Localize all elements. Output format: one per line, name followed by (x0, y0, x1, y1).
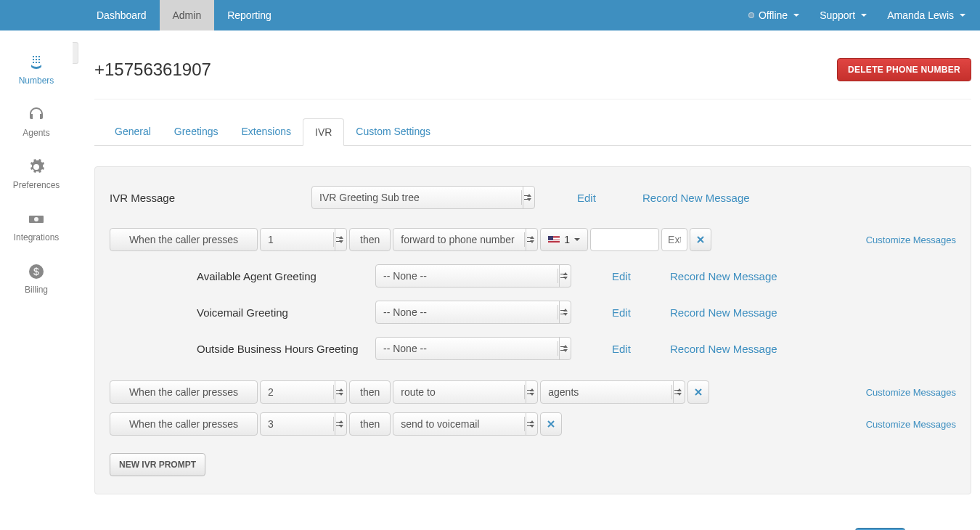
ivr-message-select-wrap: IVR Greeting Sub tree (311, 186, 535, 209)
country-code: 1 (564, 234, 570, 245)
greeting-label: Outside Business Hours Greeting (197, 343, 375, 355)
when-presses-button[interactable]: When the caller presses (110, 228, 258, 251)
action-select[interactable]: send to voicemail (393, 412, 538, 436)
ivr-message-record-link[interactable]: Record New Message (642, 192, 750, 204)
extension-input[interactable] (661, 228, 687, 251)
sidebar-label: Agents (23, 128, 49, 138)
sidebar-label: Numbers (19, 76, 54, 86)
status-dropdown[interactable]: Offline (748, 9, 799, 21)
close-icon (695, 388, 702, 396)
tab-ivr[interactable]: IVR (303, 118, 344, 146)
target-select[interactable]: agents (540, 380, 685, 404)
headset-icon (26, 106, 46, 123)
sidebar-collapse-handle[interactable] (73, 42, 78, 64)
new-ivr-prompt-button[interactable]: NEW IVR PROMPT (110, 453, 205, 476)
svg-text:$: $ (33, 266, 39, 277)
top-navbar-inner: Dashboard Admin Reporting Offline Suppor… (0, 0, 980, 30)
action-select[interactable]: forward to phone number (393, 228, 538, 251)
svg-point-1 (34, 217, 38, 221)
phone-number-input[interactable] (590, 228, 659, 251)
customize-messages-link[interactable]: Customize Messages (866, 235, 956, 245)
ivr-prompt-row: When the caller presses 3 then send to v… (110, 412, 956, 436)
tabs: General Greetings Extensions IVR Custom … (94, 118, 971, 146)
action-select[interactable]: route to (393, 380, 538, 404)
then-button[interactable]: then (349, 412, 391, 436)
chevron-down-icon (861, 14, 867, 17)
tab-general[interactable]: General (103, 118, 163, 145)
top-nav: Dashboard Admin Reporting (0, 0, 285, 30)
ivr-prompt-row: When the caller presses 1 then forward t… (110, 228, 956, 251)
page-header: +15756361907 DELETE PHONE NUMBER (94, 45, 971, 99)
close-icon (547, 420, 555, 428)
customize-messages-link[interactable]: Customize Messages (866, 419, 956, 430)
divider (94, 99, 971, 99)
support-label: Support (820, 9, 855, 21)
greeting-row: Outside Business Hours Greeting -- None … (110, 337, 956, 360)
chevron-down-icon (793, 14, 799, 17)
dollar-circle-icon: $ (26, 263, 46, 280)
sidebar-item-agents[interactable]: Agents (0, 96, 73, 148)
gear-icon (26, 158, 46, 176)
chevron-down-icon (960, 14, 965, 17)
when-presses-button[interactable]: When the caller presses (110, 380, 258, 404)
greeting-row: Available Agent Greeting -- None -- Edit… (110, 264, 956, 288)
then-button[interactable]: then (349, 380, 391, 404)
topnav-admin[interactable]: Admin (160, 0, 215, 30)
support-dropdown[interactable]: Support (820, 9, 867, 21)
status-dot-icon (748, 12, 754, 18)
remove-prompt-button[interactable] (690, 228, 711, 251)
remove-prompt-button[interactable] (687, 380, 709, 404)
when-presses-button[interactable]: When the caller presses (110, 412, 258, 436)
then-button[interactable]: then (349, 228, 391, 251)
status-label: Offline (759, 9, 788, 21)
greeting-edit-link[interactable]: Edit (612, 270, 670, 282)
main-content: +15756361907 DELETE PHONE NUMBER General… (78, 30, 980, 530)
greeting-edit-link[interactable]: Edit (612, 306, 670, 319)
ivr-message-label: IVR Message (110, 192, 311, 204)
ivr-message-row: IVR Message IVR Greeting Sub tree Edit R… (110, 186, 956, 209)
user-dropdown[interactable]: Amanda Lewis (887, 9, 965, 21)
tab-greetings[interactable]: Greetings (163, 118, 230, 145)
greeting-record-link[interactable]: Record New Message (670, 306, 777, 319)
remove-prompt-button[interactable] (540, 412, 562, 436)
country-code-dropdown[interactable]: 1 (540, 228, 588, 251)
greeting-record-link[interactable]: Record New Message (670, 270, 777, 282)
topbar-right: Offline Support Amanda Lewis (748, 0, 980, 30)
greeting-select[interactable]: -- None -- (375, 337, 571, 360)
greeting-select[interactable]: -- None -- (375, 301, 571, 324)
key-select[interactable]: 2 (260, 380, 347, 404)
ivr-message-edit-link[interactable]: Edit (577, 192, 642, 204)
sidebar-item-integrations[interactable]: Integrations (0, 200, 73, 253)
topnav-reporting[interactable]: Reporting (214, 0, 285, 30)
ivr-panel: IVR Message IVR Greeting Sub tree Edit R… (94, 166, 971, 494)
cash-icon (26, 211, 46, 228)
chevron-down-icon (574, 238, 580, 241)
greeting-row: Voicemail Greeting -- None -- Edit Recor… (110, 301, 956, 324)
page-title: +15756361907 (94, 60, 211, 80)
phone-dialpad-icon (26, 54, 46, 71)
ivr-prompt-row: When the caller presses 2 then route to … (110, 380, 956, 404)
sidebar-item-billing[interactable]: $ Billing (0, 253, 73, 305)
customize-messages-link[interactable]: Customize Messages (866, 387, 956, 398)
greeting-label: Available Agent Greeting (197, 270, 375, 282)
sidebar-label: Preferences (13, 180, 60, 190)
key-select[interactable]: 3 (260, 412, 347, 436)
close-icon (697, 236, 704, 243)
delete-phone-number-button[interactable]: DELETE PHONE NUMBER (837, 58, 971, 81)
sidebar-item-preferences[interactable]: Preferences (0, 148, 73, 200)
sidebar-label: Integrations (14, 232, 60, 242)
sidebar: Numbers Agents Preferences Integrations … (0, 30, 73, 305)
greeting-label: Voicemail Greeting (197, 306, 375, 319)
greeting-select[interactable]: -- None -- (375, 264, 571, 288)
ivr-message-select[interactable]: IVR Greeting Sub tree (311, 186, 535, 209)
key-select[interactable]: 1 (260, 228, 347, 251)
us-flag-icon (548, 236, 560, 244)
tab-custom-settings[interactable]: Custom Settings (344, 118, 442, 145)
sidebar-item-numbers[interactable]: Numbers (0, 44, 73, 96)
greeting-record-link[interactable]: Record New Message (670, 343, 777, 355)
user-name: Amanda Lewis (887, 9, 954, 21)
tab-extensions[interactable]: Extensions (230, 118, 303, 145)
top-navbar: Dashboard Admin Reporting Offline Suppor… (0, 0, 980, 30)
greeting-edit-link[interactable]: Edit (612, 343, 670, 355)
topnav-dashboard[interactable]: Dashboard (83, 0, 160, 30)
